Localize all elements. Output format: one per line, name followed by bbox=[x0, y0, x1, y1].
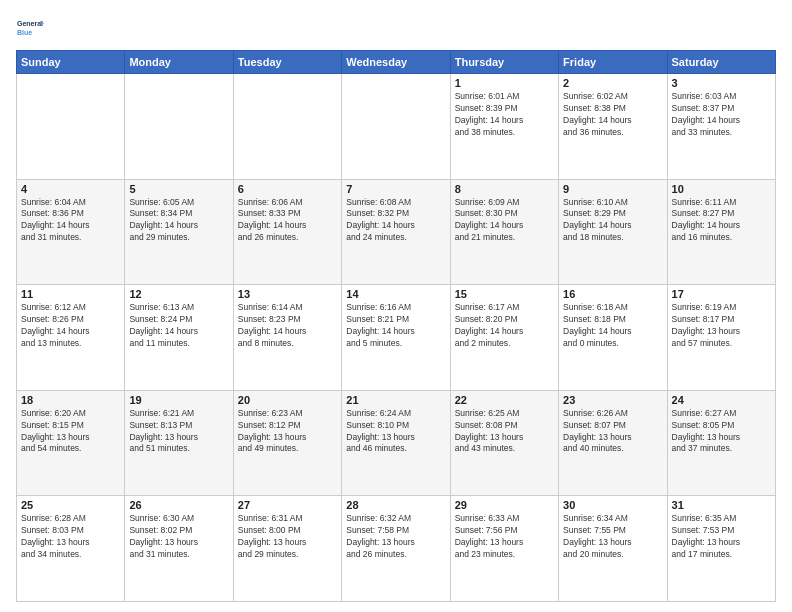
day-number: 3 bbox=[672, 77, 771, 89]
day-info: Sunrise: 6:18 AMSunset: 8:18 PMDaylight:… bbox=[563, 302, 662, 350]
day-info: Sunrise: 6:19 AMSunset: 8:17 PMDaylight:… bbox=[672, 302, 771, 350]
cell-w4-d1: 19Sunrise: 6:21 AMSunset: 8:13 PMDayligh… bbox=[125, 390, 233, 496]
day-number: 26 bbox=[129, 499, 228, 511]
day-number: 28 bbox=[346, 499, 445, 511]
cell-w2-d4: 8Sunrise: 6:09 AMSunset: 8:30 PMDaylight… bbox=[450, 179, 558, 285]
day-info: Sunrise: 6:14 AMSunset: 8:23 PMDaylight:… bbox=[238, 302, 337, 350]
day-number: 27 bbox=[238, 499, 337, 511]
logo-svg: General Blue bbox=[16, 12, 46, 42]
day-info: Sunrise: 6:31 AMSunset: 8:00 PMDaylight:… bbox=[238, 513, 337, 561]
cell-w1-d0 bbox=[17, 74, 125, 180]
week-row-5: 25Sunrise: 6:28 AMSunset: 8:03 PMDayligh… bbox=[17, 496, 776, 602]
day-number: 19 bbox=[129, 394, 228, 406]
day-info: Sunrise: 6:32 AMSunset: 7:58 PMDaylight:… bbox=[346, 513, 445, 561]
day-info: Sunrise: 6:27 AMSunset: 8:05 PMDaylight:… bbox=[672, 408, 771, 456]
day-number: 7 bbox=[346, 183, 445, 195]
cell-w4-d6: 24Sunrise: 6:27 AMSunset: 8:05 PMDayligh… bbox=[667, 390, 775, 496]
cell-w1-d3 bbox=[342, 74, 450, 180]
weekday-header-row: SundayMondayTuesdayWednesdayThursdayFrid… bbox=[17, 51, 776, 74]
cell-w2-d2: 6Sunrise: 6:06 AMSunset: 8:33 PMDaylight… bbox=[233, 179, 341, 285]
day-info: Sunrise: 6:04 AMSunset: 8:36 PMDaylight:… bbox=[21, 197, 120, 245]
header-tuesday: Tuesday bbox=[233, 51, 341, 74]
day-number: 13 bbox=[238, 288, 337, 300]
day-info: Sunrise: 6:16 AMSunset: 8:21 PMDaylight:… bbox=[346, 302, 445, 350]
day-info: Sunrise: 6:11 AMSunset: 8:27 PMDaylight:… bbox=[672, 197, 771, 245]
day-info: Sunrise: 6:10 AMSunset: 8:29 PMDaylight:… bbox=[563, 197, 662, 245]
cell-w4-d3: 21Sunrise: 6:24 AMSunset: 8:10 PMDayligh… bbox=[342, 390, 450, 496]
cell-w1-d6: 3Sunrise: 6:03 AMSunset: 8:37 PMDaylight… bbox=[667, 74, 775, 180]
day-info: Sunrise: 6:20 AMSunset: 8:15 PMDaylight:… bbox=[21, 408, 120, 456]
day-info: Sunrise: 6:13 AMSunset: 8:24 PMDaylight:… bbox=[129, 302, 228, 350]
cell-w1-d4: 1Sunrise: 6:01 AMSunset: 8:39 PMDaylight… bbox=[450, 74, 558, 180]
cell-w3-d4: 15Sunrise: 6:17 AMSunset: 8:20 PMDayligh… bbox=[450, 285, 558, 391]
day-number: 14 bbox=[346, 288, 445, 300]
day-number: 17 bbox=[672, 288, 771, 300]
cell-w2-d6: 10Sunrise: 6:11 AMSunset: 8:27 PMDayligh… bbox=[667, 179, 775, 285]
header-friday: Friday bbox=[559, 51, 667, 74]
cell-w1-d1 bbox=[125, 74, 233, 180]
day-number: 18 bbox=[21, 394, 120, 406]
cell-w3-d5: 16Sunrise: 6:18 AMSunset: 8:18 PMDayligh… bbox=[559, 285, 667, 391]
day-number: 2 bbox=[563, 77, 662, 89]
day-number: 8 bbox=[455, 183, 554, 195]
day-info: Sunrise: 6:30 AMSunset: 8:02 PMDaylight:… bbox=[129, 513, 228, 561]
week-row-2: 4Sunrise: 6:04 AMSunset: 8:36 PMDaylight… bbox=[17, 179, 776, 285]
cell-w3-d1: 12Sunrise: 6:13 AMSunset: 8:24 PMDayligh… bbox=[125, 285, 233, 391]
cell-w3-d0: 11Sunrise: 6:12 AMSunset: 8:26 PMDayligh… bbox=[17, 285, 125, 391]
day-number: 29 bbox=[455, 499, 554, 511]
day-info: Sunrise: 6:01 AMSunset: 8:39 PMDaylight:… bbox=[455, 91, 554, 139]
day-info: Sunrise: 6:05 AMSunset: 8:34 PMDaylight:… bbox=[129, 197, 228, 245]
cell-w4-d5: 23Sunrise: 6:26 AMSunset: 8:07 PMDayligh… bbox=[559, 390, 667, 496]
day-number: 24 bbox=[672, 394, 771, 406]
week-row-3: 11Sunrise: 6:12 AMSunset: 8:26 PMDayligh… bbox=[17, 285, 776, 391]
cell-w5-d1: 26Sunrise: 6:30 AMSunset: 8:02 PMDayligh… bbox=[125, 496, 233, 602]
cell-w5-d4: 29Sunrise: 6:33 AMSunset: 7:56 PMDayligh… bbox=[450, 496, 558, 602]
day-number: 5 bbox=[129, 183, 228, 195]
header-wednesday: Wednesday bbox=[342, 51, 450, 74]
cell-w4-d4: 22Sunrise: 6:25 AMSunset: 8:08 PMDayligh… bbox=[450, 390, 558, 496]
day-info: Sunrise: 6:06 AMSunset: 8:33 PMDaylight:… bbox=[238, 197, 337, 245]
day-info: Sunrise: 6:33 AMSunset: 7:56 PMDaylight:… bbox=[455, 513, 554, 561]
header-thursday: Thursday bbox=[450, 51, 558, 74]
day-info: Sunrise: 6:35 AMSunset: 7:53 PMDaylight:… bbox=[672, 513, 771, 561]
cell-w3-d2: 13Sunrise: 6:14 AMSunset: 8:23 PMDayligh… bbox=[233, 285, 341, 391]
cell-w1-d2 bbox=[233, 74, 341, 180]
day-number: 21 bbox=[346, 394, 445, 406]
day-info: Sunrise: 6:09 AMSunset: 8:30 PMDaylight:… bbox=[455, 197, 554, 245]
day-number: 30 bbox=[563, 499, 662, 511]
day-number: 23 bbox=[563, 394, 662, 406]
day-info: Sunrise: 6:34 AMSunset: 7:55 PMDaylight:… bbox=[563, 513, 662, 561]
day-number: 15 bbox=[455, 288, 554, 300]
svg-text:General: General bbox=[17, 20, 43, 27]
day-number: 1 bbox=[455, 77, 554, 89]
day-info: Sunrise: 6:02 AMSunset: 8:38 PMDaylight:… bbox=[563, 91, 662, 139]
header-saturday: Saturday bbox=[667, 51, 775, 74]
day-number: 10 bbox=[672, 183, 771, 195]
cell-w5-d0: 25Sunrise: 6:28 AMSunset: 8:03 PMDayligh… bbox=[17, 496, 125, 602]
day-number: 25 bbox=[21, 499, 120, 511]
day-info: Sunrise: 6:21 AMSunset: 8:13 PMDaylight:… bbox=[129, 408, 228, 456]
calendar-page: General Blue SundayMondayTuesdayWednesda… bbox=[0, 0, 792, 612]
day-info: Sunrise: 6:26 AMSunset: 8:07 PMDaylight:… bbox=[563, 408, 662, 456]
cell-w5-d5: 30Sunrise: 6:34 AMSunset: 7:55 PMDayligh… bbox=[559, 496, 667, 602]
day-number: 6 bbox=[238, 183, 337, 195]
cell-w4-d2: 20Sunrise: 6:23 AMSunset: 8:12 PMDayligh… bbox=[233, 390, 341, 496]
day-info: Sunrise: 6:23 AMSunset: 8:12 PMDaylight:… bbox=[238, 408, 337, 456]
day-number: 11 bbox=[21, 288, 120, 300]
cell-w5-d3: 28Sunrise: 6:32 AMSunset: 7:58 PMDayligh… bbox=[342, 496, 450, 602]
day-number: 12 bbox=[129, 288, 228, 300]
cell-w3-d3: 14Sunrise: 6:16 AMSunset: 8:21 PMDayligh… bbox=[342, 285, 450, 391]
day-info: Sunrise: 6:08 AMSunset: 8:32 PMDaylight:… bbox=[346, 197, 445, 245]
cell-w2-d1: 5Sunrise: 6:05 AMSunset: 8:34 PMDaylight… bbox=[125, 179, 233, 285]
week-row-1: 1Sunrise: 6:01 AMSunset: 8:39 PMDaylight… bbox=[17, 74, 776, 180]
header: General Blue bbox=[16, 12, 776, 42]
svg-text:Blue: Blue bbox=[17, 29, 32, 36]
cell-w2-d3: 7Sunrise: 6:08 AMSunset: 8:32 PMDaylight… bbox=[342, 179, 450, 285]
day-number: 20 bbox=[238, 394, 337, 406]
week-row-4: 18Sunrise: 6:20 AMSunset: 8:15 PMDayligh… bbox=[17, 390, 776, 496]
day-number: 22 bbox=[455, 394, 554, 406]
day-info: Sunrise: 6:17 AMSunset: 8:20 PMDaylight:… bbox=[455, 302, 554, 350]
day-number: 16 bbox=[563, 288, 662, 300]
cell-w4-d0: 18Sunrise: 6:20 AMSunset: 8:15 PMDayligh… bbox=[17, 390, 125, 496]
header-monday: Monday bbox=[125, 51, 233, 74]
